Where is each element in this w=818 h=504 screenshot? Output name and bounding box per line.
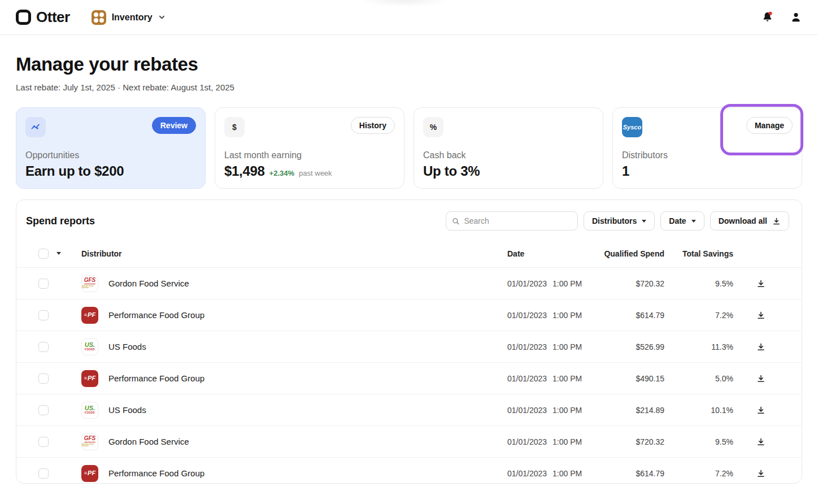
- total-savings: 9.5%: [664, 279, 733, 288]
- download-icon: [756, 374, 765, 383]
- gfs-logo: GFS gordon food service: [81, 275, 98, 292]
- usf-logo: US. FOODS: [81, 402, 98, 419]
- distributor-name: Performance Food Group: [108, 373, 204, 383]
- total-savings: 10.1%: [664, 406, 733, 415]
- cashback-label: Cash back: [423, 150, 594, 160]
- app-switcher-label: Inventory: [112, 12, 153, 23]
- search-box[interactable]: [446, 211, 578, 231]
- notification-dot: [769, 12, 772, 15]
- report-date: 01/01/2023: [507, 342, 547, 351]
- row-download-button[interactable]: [756, 437, 765, 446]
- report-time: 1:00 PM: [552, 437, 582, 446]
- page-title: Manage your rebates: [16, 54, 802, 75]
- row-download-button[interactable]: [756, 469, 765, 478]
- report-time: 1:00 PM: [552, 469, 582, 478]
- pfg-logo: ≡PF: [81, 370, 98, 387]
- report-date: 01/01/2023: [507, 437, 547, 446]
- usf-logo: US. FOODS: [81, 338, 98, 355]
- caret-down-icon: [642, 220, 646, 223]
- date-filter[interactable]: Date: [660, 211, 704, 231]
- caret-down-icon: [691, 220, 696, 223]
- download-icon: [772, 217, 781, 225]
- total-savings: 9.5%: [664, 437, 733, 446]
- row-checkbox[interactable]: [38, 405, 49, 415]
- download-icon: [756, 437, 765, 446]
- inventory-grid-icon: [92, 10, 106, 25]
- review-button[interactable]: Review: [152, 117, 196, 134]
- gfs-logo: GFS gordon food service: [81, 433, 98, 450]
- account-button[interactable]: [790, 11, 802, 24]
- qualified-spend: $214.89: [598, 406, 664, 415]
- app-switcher[interactable]: Inventory: [92, 10, 166, 25]
- report-date: 01/01/2023: [507, 279, 547, 288]
- table-row: GFS gordon food service Gordon Food Serv…: [16, 268, 802, 299]
- download-icon: [756, 279, 765, 288]
- row-checkbox[interactable]: [38, 279, 49, 289]
- search-icon: [452, 217, 459, 225]
- download-all-button[interactable]: Download all: [710, 211, 789, 231]
- distributors-count: 1: [622, 163, 793, 179]
- distributor-name: Gordon Food Service: [108, 437, 189, 446]
- row-download-button[interactable]: [756, 406, 765, 415]
- download-all-label: Download all: [719, 216, 767, 225]
- qualified-spend: $614.79: [598, 311, 664, 320]
- col-qualified-spend: Qualified Spend: [598, 249, 664, 258]
- download-icon: [756, 311, 765, 320]
- otter-logo-icon: [16, 10, 31, 25]
- sysco-logo: Sysco: [622, 117, 642, 137]
- table-row: GFS gordon food service Gordon Food Serv…: [16, 426, 802, 458]
- qualified-spend: $720.32: [598, 279, 664, 288]
- col-distributor: Distributor: [81, 249, 507, 258]
- select-menu-caret-icon[interactable]: [56, 252, 61, 255]
- report-date: 01/01/2023: [507, 406, 547, 415]
- col-total-savings: Total Savings: [664, 249, 733, 258]
- person-icon: [790, 11, 802, 24]
- qualified-spend: $526.99: [598, 342, 664, 351]
- distributors-label: Distributors: [622, 150, 793, 160]
- table-row: US. FOODS US Foods 01/01/2023 1:00 PM $2…: [16, 394, 802, 426]
- row-checkbox[interactable]: [38, 373, 49, 384]
- report-date: 01/01/2023: [507, 374, 547, 383]
- opportunities-value: Earn up to $200: [25, 163, 196, 179]
- total-savings: 7.2%: [664, 311, 733, 320]
- rebate-dates: Last rebate: July 1st, 2025 · Next rebat…: [16, 82, 802, 92]
- cashback-value: Up to 3%: [423, 163, 594, 179]
- col-date: Date: [507, 249, 598, 258]
- opportunities-card: Review Opportunities Earn up to $200: [16, 107, 206, 189]
- date-filter-label: Date: [669, 216, 686, 225]
- row-download-button[interactable]: [756, 374, 765, 383]
- manage-button[interactable]: Manage: [746, 117, 793, 134]
- table-row: ≡PF Performance Food Group 01/01/2023 1:…: [16, 458, 802, 484]
- row-checkbox[interactable]: [38, 468, 49, 479]
- row-download-button[interactable]: [756, 342, 765, 351]
- trend-icon: [25, 117, 46, 137]
- select-all-checkbox[interactable]: [38, 249, 49, 259]
- notifications-button[interactable]: [761, 11, 774, 24]
- download-icon: [756, 342, 765, 351]
- spend-reports-card: Spend reports Distributors Date: [16, 199, 802, 484]
- stat-cards: Review Opportunities Earn up to $200 $ H…: [16, 107, 802, 189]
- report-time: 1:00 PM: [552, 406, 582, 415]
- table-header-row: Distributor Date Qualified Spend Total S…: [16, 240, 802, 268]
- earning-delta-note: past week: [299, 169, 332, 177]
- distributors-filter-label: Distributors: [592, 216, 637, 225]
- spend-table-body: GFS gordon food service Gordon Food Serv…: [16, 268, 802, 484]
- report-date: 01/01/2023: [507, 311, 547, 320]
- distributors-filter[interactable]: Distributors: [584, 211, 655, 231]
- row-download-button[interactable]: [756, 311, 765, 320]
- brand-name: Otter: [36, 8, 70, 26]
- row-checkbox[interactable]: [38, 342, 49, 352]
- row-checkbox[interactable]: [38, 437, 49, 447]
- table-row: US. FOODS US Foods 01/01/2023 1:00 PM $5…: [16, 331, 802, 363]
- percent-icon: %: [423, 117, 443, 137]
- total-savings: 5.0%: [664, 374, 733, 383]
- history-button[interactable]: History: [351, 117, 395, 134]
- row-checkbox[interactable]: [38, 310, 49, 320]
- otter-brand[interactable]: Otter: [16, 8, 70, 26]
- search-input[interactable]: [464, 216, 572, 225]
- qualified-spend: $720.32: [598, 437, 664, 446]
- row-download-button[interactable]: [756, 279, 765, 288]
- report-time: 1:00 PM: [552, 311, 582, 320]
- report-time: 1:00 PM: [552, 342, 582, 351]
- bell-icon: [761, 11, 774, 24]
